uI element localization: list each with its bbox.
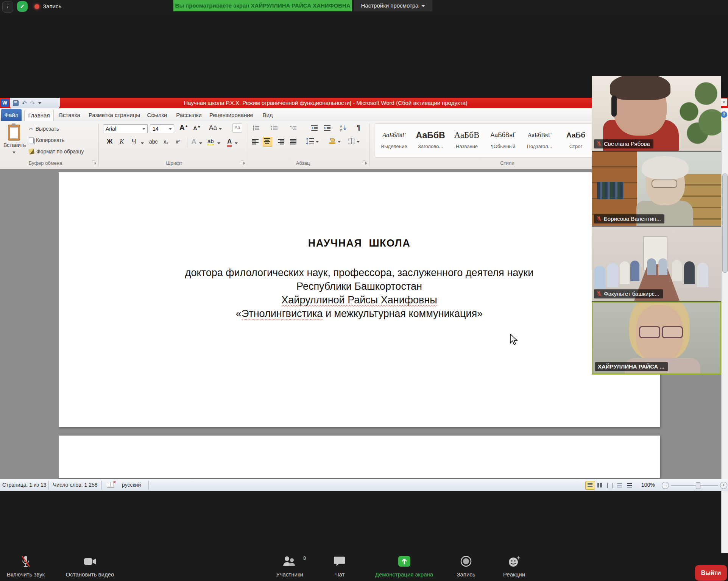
bold-button[interactable]: Ж <box>107 138 112 145</box>
borders-icon[interactable] <box>348 138 355 145</box>
superscript-button[interactable]: x² <box>176 139 180 145</box>
style-chip[interactable]: АаБбВ Заголово... <box>412 127 449 154</box>
redo-icon[interactable]: ↷ <box>30 101 35 106</box>
web-layout-view-button[interactable] <box>605 481 615 490</box>
save-icon[interactable] <box>13 100 19 106</box>
meeting-info-button[interactable]: i <box>2 2 13 12</box>
font-size-dropdown-icon[interactable] <box>169 128 172 130</box>
highlight-dropdown-icon[interactable] <box>217 142 220 144</box>
participant-video-active-speaker[interactable]: ХАЙРУЛЛИНА РАЙСА ... <box>592 301 721 375</box>
document-page-2[interactable] <box>59 436 660 478</box>
decrease-indent-icon[interactable] <box>311 125 318 131</box>
view-settings-button[interactable]: Настройки просмотра <box>354 0 432 11</box>
tab-insert[interactable]: Вставка <box>57 110 83 121</box>
paste-button[interactable]: Вставить <box>3 123 25 160</box>
align-left-icon[interactable] <box>252 139 259 145</box>
numbering-icon[interactable] <box>271 125 278 131</box>
spellcheck-status-icon[interactable]: × <box>107 482 114 488</box>
font-size-combo[interactable]: 14 <box>150 124 174 133</box>
tab-review[interactable]: Рецензирование <box>209 110 254 121</box>
cut-button[interactable]: ✂ Вырезать <box>29 126 59 132</box>
borders-dropdown-icon[interactable] <box>357 141 360 143</box>
zoom-slider-thumb[interactable] <box>696 482 700 489</box>
style-chip[interactable]: АаБбВ Название <box>449 127 485 154</box>
line-spacing-icon[interactable] <box>306 138 314 145</box>
style-chip[interactable]: АаБбВвГ ¶Обычный <box>485 127 521 154</box>
shading-dropdown-icon[interactable] <box>338 141 341 143</box>
qat-customize-icon[interactable] <box>38 102 41 104</box>
scrollbar-thumb[interactable] <box>722 173 728 273</box>
share-screen-button[interactable]: Демонстрация экрана <box>369 555 439 578</box>
highlight-color-button[interactable]: ab <box>207 138 214 144</box>
tab-view[interactable]: Вид <box>260 110 276 121</box>
participants-button[interactable]: 8 Участники <box>267 555 312 578</box>
change-case-button[interactable]: Аа <box>209 124 222 132</box>
word-count-status[interactable]: Число слов: 1 258 <box>53 482 98 488</box>
text-effects-button[interactable]: А <box>192 138 196 146</box>
undo-icon[interactable]: ↶ <box>22 101 27 106</box>
grow-font-button[interactable]: А▲ <box>179 123 189 132</box>
paste-dropdown-icon[interactable] <box>12 151 16 153</box>
group-separator <box>98 123 99 166</box>
zoom-slider-track[interactable] <box>671 485 718 486</box>
leave-meeting-button[interactable]: Выйти <box>695 565 727 581</box>
copy-button[interactable]: Копировать <box>29 137 64 143</box>
tab-page-layout[interactable]: Разметка страницы <box>88 110 141 121</box>
document-page-1[interactable]: НАУЧНАЯ ШКОЛА доктора филологических нау… <box>59 172 660 427</box>
print-layout-view-button[interactable] <box>585 481 595 490</box>
font-dialog-launcher-icon[interactable] <box>241 161 245 165</box>
tab-mailings[interactable]: Рассылки <box>174 110 204 121</box>
page-count-status[interactable]: Страница: 1 из 13 <box>2 482 47 488</box>
participant-video[interactable]: Светлана Рябова <box>592 76 721 151</box>
tab-home[interactable]: Главная <box>24 110 54 122</box>
underline-button[interactable]: Ч <box>132 138 136 145</box>
subscript-button[interactable]: x₂ <box>164 139 168 145</box>
align-right-icon[interactable] <box>278 139 285 145</box>
font-color-button[interactable]: А <box>227 138 232 145</box>
security-shield-icon[interactable]: ✓ <box>17 1 28 12</box>
reactions-button[interactable]: Реакции <box>496 555 532 578</box>
font-name-combo[interactable]: Arial <box>103 124 148 133</box>
sort-icon[interactable]: АЯ <box>340 124 347 132</box>
style-chip[interactable]: АаБб Строг <box>558 127 594 154</box>
participant-video[interactable]: Борисова Валентин... <box>592 151 721 226</box>
zoom-out-button[interactable]: − <box>662 482 669 489</box>
font-name-dropdown-icon[interactable] <box>142 128 145 130</box>
change-case-dropdown-icon[interactable] <box>219 128 222 130</box>
align-justify-icon[interactable] <box>290 139 297 145</box>
stop-video-button[interactable]: Остановить видео <box>59 555 121 578</box>
italic-button[interactable]: К <box>120 138 124 145</box>
record-button[interactable]: Запись <box>449 555 483 578</box>
chat-button[interactable]: Чат <box>326 555 354 578</box>
participant-video[interactable]: Факультет башкирс... <box>592 226 721 301</box>
strikethrough-button[interactable]: abc <box>149 139 158 145</box>
tab-references[interactable]: Ссылки <box>145 110 169 121</box>
unmute-button[interactable]: Включить звук <box>4 555 48 578</box>
bullets-icon[interactable] <box>253 125 260 131</box>
line-spacing-dropdown-icon[interactable] <box>316 141 319 143</box>
font-color-dropdown-icon[interactable] <box>235 142 238 144</box>
draft-view-button[interactable] <box>625 481 634 490</box>
language-status[interactable]: русский <box>122 482 141 488</box>
clipboard-dialog-launcher-icon[interactable] <box>92 161 96 165</box>
zoom-in-button[interactable]: + <box>720 482 727 489</box>
increase-indent-icon[interactable] <box>324 125 331 131</box>
clear-formatting-button[interactable]: Аа <box>232 123 242 133</box>
shrink-font-button[interactable]: А▼ <box>193 125 201 131</box>
text-effects-dropdown-icon[interactable] <box>199 142 202 144</box>
style-chip[interactable]: АаБбВвГ Подзагол... <box>521 127 558 154</box>
close-document-icon[interactable]: × <box>720 98 727 106</box>
underline-dropdown-icon[interactable] <box>141 142 144 144</box>
format-painter-button[interactable]: Формат по образцу <box>29 148 84 155</box>
tab-file[interactable]: Файл <box>1 109 22 121</box>
shading-icon[interactable] <box>329 138 336 145</box>
multilevel-list-icon[interactable] <box>290 125 297 131</box>
outline-view-button[interactable] <box>615 481 625 490</box>
align-center-button[interactable] <box>263 137 272 147</box>
help-icon[interactable]: ? <box>721 111 727 118</box>
paragraph-dialog-launcher-icon[interactable] <box>363 161 367 165</box>
fullscreen-reading-view-button[interactable] <box>595 481 605 490</box>
show-paragraph-marks-button[interactable]: ¶ <box>357 123 360 132</box>
zoom-level-label[interactable]: 100% <box>641 482 655 488</box>
style-chip[interactable]: АаБбВвГ Выделение <box>376 127 412 154</box>
